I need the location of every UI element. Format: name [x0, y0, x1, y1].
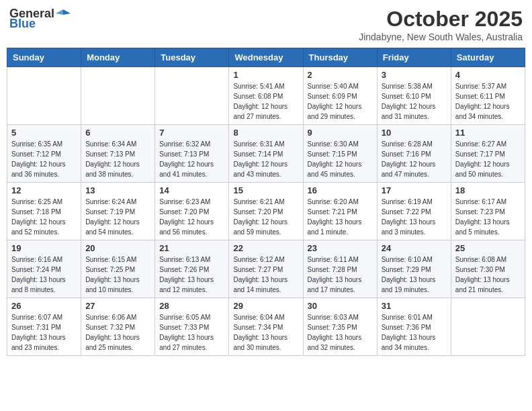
location-title: Jindabyne, New South Wales, Australia: [359, 32, 523, 42]
day-number: 10: [382, 128, 447, 138]
day-info: Sunrise: 5:40 AM Sunset: 6:09 PM Dayligh…: [308, 81, 373, 122]
calendar-cell: [7, 67, 81, 125]
day-number: 14: [159, 185, 224, 195]
calendar-weekday-sunday: Sunday: [7, 48, 81, 67]
calendar-table: SundayMondayTuesdayWednesdayThursdayFrid…: [7, 48, 525, 356]
day-number: 21: [159, 243, 224, 253]
page-header: General Blue October 2025 Jindabyne, New…: [7, 7, 525, 42]
day-number: 23: [308, 243, 373, 253]
day-info: Sunrise: 6:16 AM Sunset: 7:24 PM Dayligh…: [11, 255, 77, 295]
calendar-cell: 18Sunrise: 6:17 AM Sunset: 7:23 PM Dayli…: [451, 183, 525, 240]
day-number: 8: [233, 128, 298, 138]
day-info: Sunrise: 5:37 AM Sunset: 6:11 PM Dayligh…: [455, 81, 521, 122]
day-number: 29: [233, 301, 298, 311]
calendar-week-row: 26Sunrise: 6:07 AM Sunset: 7:31 PM Dayli…: [7, 298, 525, 356]
day-info: Sunrise: 6:20 AM Sunset: 7:21 PM Dayligh…: [308, 197, 373, 237]
calendar-header-row: SundayMondayTuesdayWednesdayThursdayFrid…: [7, 48, 525, 67]
calendar-cell: 7Sunrise: 6:32 AM Sunset: 7:13 PM Daylig…: [155, 125, 229, 183]
calendar-cell: 29Sunrise: 6:04 AM Sunset: 7:34 PM Dayli…: [229, 298, 303, 356]
calendar-weekday-saturday: Saturday: [451, 48, 525, 67]
logo: General Blue: [9, 7, 71, 31]
calendar-cell: 14Sunrise: 6:23 AM Sunset: 7:20 PM Dayli…: [155, 183, 229, 240]
day-info: Sunrise: 6:13 AM Sunset: 7:26 PM Dayligh…: [159, 255, 224, 295]
calendar-cell: 15Sunrise: 6:21 AM Sunset: 7:20 PM Dayli…: [229, 183, 303, 240]
day-number: 3: [382, 70, 447, 80]
day-info: Sunrise: 6:35 AM Sunset: 7:12 PM Dayligh…: [11, 139, 77, 179]
calendar-cell: 30Sunrise: 6:03 AM Sunset: 7:35 PM Dayli…: [303, 298, 377, 356]
day-number: 2: [308, 70, 373, 80]
calendar-cell: 22Sunrise: 6:12 AM Sunset: 7:27 PM Dayli…: [229, 240, 303, 298]
day-number: 15: [233, 185, 298, 195]
calendar-cell: 13Sunrise: 6:24 AM Sunset: 7:19 PM Dayli…: [81, 183, 155, 240]
day-info: Sunrise: 6:01 AM Sunset: 7:36 PM Dayligh…: [382, 312, 447, 353]
day-info: Sunrise: 6:06 AM Sunset: 7:32 PM Dayligh…: [85, 312, 150, 353]
calendar-cell: 17Sunrise: 6:19 AM Sunset: 7:22 PM Dayli…: [377, 183, 451, 240]
day-number: 27: [85, 301, 150, 311]
calendar-weekday-monday: Monday: [81, 48, 155, 67]
day-info: Sunrise: 6:04 AM Sunset: 7:34 PM Dayligh…: [233, 312, 298, 353]
day-info: Sunrise: 6:21 AM Sunset: 7:20 PM Dayligh…: [233, 197, 298, 237]
day-info: Sunrise: 5:38 AM Sunset: 6:10 PM Dayligh…: [382, 81, 447, 122]
day-number: 31: [382, 301, 447, 311]
calendar-cell: 25Sunrise: 6:08 AM Sunset: 7:30 PM Dayli…: [451, 240, 525, 298]
calendar-cell: 11Sunrise: 6:27 AM Sunset: 7:17 PM Dayli…: [451, 125, 525, 183]
day-number: 25: [455, 243, 521, 253]
calendar-cell: 2Sunrise: 5:40 AM Sunset: 6:09 PM Daylig…: [303, 67, 377, 125]
day-number: 1: [233, 70, 298, 80]
day-info: Sunrise: 6:25 AM Sunset: 7:18 PM Dayligh…: [11, 197, 77, 237]
day-number: 5: [11, 128, 77, 138]
day-info: Sunrise: 6:27 AM Sunset: 7:17 PM Dayligh…: [455, 139, 521, 179]
calendar-cell: 27Sunrise: 6:06 AM Sunset: 7:32 PM Dayli…: [81, 298, 155, 356]
day-number: 18: [455, 185, 521, 195]
day-info: Sunrise: 6:31 AM Sunset: 7:14 PM Dayligh…: [233, 139, 298, 179]
day-number: 19: [11, 243, 77, 253]
day-info: Sunrise: 6:28 AM Sunset: 7:16 PM Dayligh…: [382, 139, 447, 179]
month-title: October 2025: [359, 7, 523, 32]
day-number: 17: [382, 185, 447, 195]
day-info: Sunrise: 6:24 AM Sunset: 7:19 PM Dayligh…: [85, 197, 150, 237]
calendar-week-row: 12Sunrise: 6:25 AM Sunset: 7:18 PM Dayli…: [7, 183, 525, 240]
day-number: 26: [11, 301, 77, 311]
calendar-cell: 8Sunrise: 6:31 AM Sunset: 7:14 PM Daylig…: [229, 125, 303, 183]
day-info: Sunrise: 6:07 AM Sunset: 7:31 PM Dayligh…: [11, 312, 77, 353]
calendar-weekday-friday: Friday: [377, 48, 451, 67]
calendar-cell: 5Sunrise: 6:35 AM Sunset: 7:12 PM Daylig…: [7, 125, 81, 183]
logo-bird-icon: [56, 8, 71, 20]
calendar-cell: 6Sunrise: 6:34 AM Sunset: 7:13 PM Daylig…: [81, 125, 155, 183]
calendar-cell: 16Sunrise: 6:20 AM Sunset: 7:21 PM Dayli…: [303, 183, 377, 240]
day-number: 13: [85, 185, 150, 195]
day-info: Sunrise: 6:11 AM Sunset: 7:28 PM Dayligh…: [308, 255, 373, 295]
day-info: Sunrise: 6:12 AM Sunset: 7:27 PM Dayligh…: [233, 255, 298, 295]
calendar-cell: 19Sunrise: 6:16 AM Sunset: 7:24 PM Dayli…: [7, 240, 81, 298]
day-info: Sunrise: 6:05 AM Sunset: 7:33 PM Dayligh…: [159, 312, 224, 353]
calendar-weekday-tuesday: Tuesday: [155, 48, 229, 67]
calendar-cell: 10Sunrise: 6:28 AM Sunset: 7:16 PM Dayli…: [377, 125, 451, 183]
day-number: 16: [308, 185, 373, 195]
calendar-cell: 4Sunrise: 5:37 AM Sunset: 6:11 PM Daylig…: [451, 67, 525, 125]
calendar-cell: 3Sunrise: 5:38 AM Sunset: 6:10 PM Daylig…: [377, 67, 451, 125]
day-number: 6: [85, 128, 150, 138]
svg-marker-0: [63, 9, 71, 15]
calendar-weekday-thursday: Thursday: [303, 48, 377, 67]
calendar-cell: 23Sunrise: 6:11 AM Sunset: 7:28 PM Dayli…: [303, 240, 377, 298]
day-number: 22: [233, 243, 298, 253]
calendar-cell: 21Sunrise: 6:13 AM Sunset: 7:26 PM Dayli…: [155, 240, 229, 298]
calendar-cell: [451, 298, 525, 356]
logo-blue: Blue: [9, 17, 36, 31]
day-number: 9: [308, 128, 373, 138]
calendar-cell: 26Sunrise: 6:07 AM Sunset: 7:31 PM Dayli…: [7, 298, 81, 356]
calendar-cell: 9Sunrise: 6:30 AM Sunset: 7:15 PM Daylig…: [303, 125, 377, 183]
calendar-cell: 20Sunrise: 6:15 AM Sunset: 7:25 PM Dayli…: [81, 240, 155, 298]
calendar-cell: [81, 67, 155, 125]
day-info: Sunrise: 6:32 AM Sunset: 7:13 PM Dayligh…: [159, 139, 224, 179]
day-number: 24: [382, 243, 447, 253]
day-number: 20: [85, 243, 150, 253]
day-info: Sunrise: 6:15 AM Sunset: 7:25 PM Dayligh…: [85, 255, 150, 295]
day-info: Sunrise: 6:34 AM Sunset: 7:13 PM Dayligh…: [85, 139, 150, 179]
day-info: Sunrise: 6:03 AM Sunset: 7:35 PM Dayligh…: [308, 312, 373, 353]
day-number: 11: [455, 128, 521, 138]
day-info: Sunrise: 6:19 AM Sunset: 7:22 PM Dayligh…: [382, 197, 447, 237]
day-info: Sunrise: 6:30 AM Sunset: 7:15 PM Dayligh…: [308, 139, 373, 179]
day-number: 7: [159, 128, 224, 138]
calendar-weekday-wednesday: Wednesday: [229, 48, 303, 67]
